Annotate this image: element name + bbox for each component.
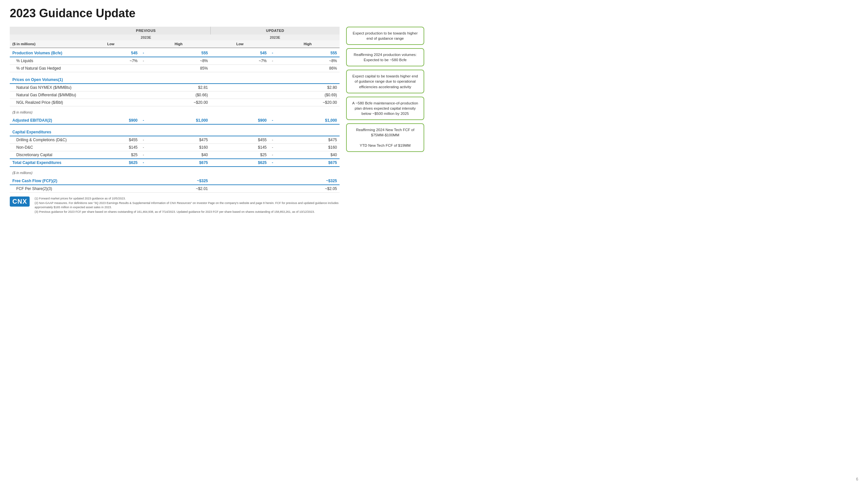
capex-empty xyxy=(82,127,340,136)
cnx-logo: CNX xyxy=(10,196,30,206)
prod-upd-high: 555 xyxy=(276,48,340,57)
total-prev-high: $675 xyxy=(147,159,211,167)
disc-cap-row: Discretionary Capital $25 - $40 $25 - $4… xyxy=(10,151,340,159)
nondc-row: Non-D&C $145 - $160 $145 - $160 xyxy=(10,144,340,151)
production-volumes-row: Production Volumes (Bcfe) 545 - 555 545 … xyxy=(10,48,340,57)
table-section: PREVIOUS UPDATED 2023E 2023E ($ in milli… xyxy=(10,27,340,214)
hedged-label: % of Natural Gas Hedged xyxy=(10,65,82,72)
fcf-prev-empty xyxy=(82,176,147,185)
prod-upd-sep: - xyxy=(269,48,276,57)
dc-prev-high: $475 xyxy=(147,136,211,144)
note-box-2: Reaffirming 2024 production volumes: Exp… xyxy=(346,48,424,66)
note-box-5: Reaffirming 2024 New Tech FCF of $75MM-$… xyxy=(346,123,424,152)
liquids-upd-high: ~8% xyxy=(276,57,340,65)
capex-label: Capital Expenditures xyxy=(10,127,82,136)
diff-prev-empty xyxy=(82,91,147,99)
fcf-ps-upd-empty xyxy=(210,185,276,193)
fcf-unit-empty xyxy=(82,169,340,176)
ngl-upd-empty xyxy=(210,99,276,106)
ebitdax-prev-low: $900 xyxy=(82,116,140,124)
ebitdax-prev-sep: - xyxy=(140,116,147,124)
dc-prev-sep: - xyxy=(140,136,147,144)
ngl-label: NGL Realized Price ($/Bbl) xyxy=(10,99,82,106)
nymex-upd-empty xyxy=(210,84,276,91)
ebitdax-upd-high: $1,000 xyxy=(276,116,340,124)
nondc-upd-low: $145 xyxy=(210,144,269,151)
prev-high-header: High xyxy=(147,40,211,48)
note-box-4: A ~580 Bcfe maintenance-of-production pl… xyxy=(346,97,424,120)
nondc-prev-high: $160 xyxy=(147,144,211,151)
main-layout: PREVIOUS UPDATED 2023E 2023E ($ in milli… xyxy=(10,27,424,214)
fcf-per-share-row: FCF Per Share(2)(3) ~$2.01 ~$2.05 xyxy=(10,185,340,193)
hedged-upd-high: 86% xyxy=(276,65,340,72)
prod-vol-label: Production Volumes (Bcfe) xyxy=(10,48,82,57)
ebitdax-unit-label: ($ in millions) xyxy=(10,109,82,116)
footnotes-text: (1) Forward market prices for updated 20… xyxy=(34,196,340,214)
fcf-unit-label: ($ in millions) xyxy=(10,169,82,176)
nymex-label: Natural Gas NYMEX ($/MMBtu) xyxy=(10,84,82,91)
unit-col-header: ($ in millions) xyxy=(10,40,82,48)
nymex-upd-val: $2.80 xyxy=(276,84,340,91)
disc-upd-sep: - xyxy=(269,151,276,159)
disc-upd-low: $25 xyxy=(210,151,269,159)
prod-prev-sep: - xyxy=(140,48,147,57)
fcf-label: Free Cash Flow (FCF)(2) xyxy=(10,176,82,185)
hedged-prev-sep xyxy=(140,65,147,72)
total-upd-low: $625 xyxy=(210,159,269,167)
dc-upd-sep: - xyxy=(269,136,276,144)
disc-prev-high: $40 xyxy=(147,151,211,159)
page-title: 2023 Guidance Update xyxy=(10,6,424,20)
liquids-prev-low: ~7% xyxy=(82,57,140,65)
total-upd-sep: - xyxy=(269,159,276,167)
liquids-label: % Liquids xyxy=(10,57,82,65)
total-capex-label: Total Capital Expenditures xyxy=(10,159,82,167)
total-capex-row: Total Capital Expenditures $625 - $675 $… xyxy=(10,159,340,167)
nymex-prev-empty xyxy=(82,84,147,91)
upd-sep-header xyxy=(269,40,276,48)
hedged-prev-low xyxy=(82,65,140,72)
dc-prev-low: $455 xyxy=(82,136,140,144)
disc-upd-high: $40 xyxy=(276,151,340,159)
prev-low-header: Low xyxy=(82,40,140,48)
prices-category-row: Prices on Open Volumes(1) xyxy=(10,75,340,84)
diff-upd-val: ($0.69) xyxy=(276,91,340,99)
hedged-prev-high: 85% xyxy=(147,65,211,72)
ebitdax-prev-high: $1,000 xyxy=(147,116,211,124)
prev-year: 2023E xyxy=(82,34,210,40)
dc-upd-low: $455 xyxy=(210,136,269,144)
total-prev-low: $625 xyxy=(82,159,140,167)
liquids-upd-sep: - xyxy=(269,57,276,65)
footnote-2: (2) Non-GAAP measures. For definitions s… xyxy=(34,201,340,210)
ebitdax-unit-empty xyxy=(82,109,340,116)
ngl-prev-val: ~$20.00 xyxy=(147,99,211,106)
dc-label: Drilling & Completions (D&C) xyxy=(10,136,82,144)
note-box-1: Expect production to be towards higher e… xyxy=(346,27,424,45)
fcf-prev-val: ~$325 xyxy=(147,176,211,185)
diff-row: Natural Gas Differential ($/MMBtu) ($0.6… xyxy=(10,91,340,99)
fcf-ps-prev-empty xyxy=(82,185,147,193)
hedged-upd-sep xyxy=(269,65,276,72)
dc-upd-high: $475 xyxy=(276,136,340,144)
prod-prev-high: 555 xyxy=(147,48,211,57)
diff-label: Natural Gas Differential ($/MMBtu) xyxy=(10,91,82,99)
prev-sep-header xyxy=(140,40,147,48)
ebitdax-upd-low: $900 xyxy=(210,116,269,124)
ebitdax-row: Adjusted EBITDAX(2) $900 - $1,000 $900 -… xyxy=(10,116,340,124)
nondc-upd-high: $160 xyxy=(276,144,340,151)
capex-category-row: Capital Expenditures xyxy=(10,127,340,136)
prod-upd-low: 545 xyxy=(210,48,269,57)
ebitdax-label: Adjusted EBITDAX(2) xyxy=(10,116,82,124)
sidebar-notes: Expect production to be towards higher e… xyxy=(346,27,424,152)
ngl-row: NGL Realized Price ($/Bbl) ~$20.00 ~$20.… xyxy=(10,99,340,106)
upd-year: 2023E xyxy=(210,34,340,40)
empty-subheader xyxy=(10,34,82,40)
nondc-prev-low: $145 xyxy=(82,144,140,151)
ngl-upd-val: ~$20.00 xyxy=(276,99,340,106)
hedged-row: % of Natural Gas Hedged 85% 86% xyxy=(10,65,340,72)
nymex-row: Natural Gas NYMEX ($/MMBtu) $2.81 $2.80 xyxy=(10,84,340,91)
fcf-ps-upd-val: ~$2.05 xyxy=(276,185,340,193)
nymex-prev-val: $2.81 xyxy=(147,84,211,91)
disc-cap-label: Discretionary Capital xyxy=(10,151,82,159)
footnotes-section: CNX (1) Forward market prices for update… xyxy=(10,196,340,214)
fcf-unit-row: ($ in millions) xyxy=(10,169,340,176)
